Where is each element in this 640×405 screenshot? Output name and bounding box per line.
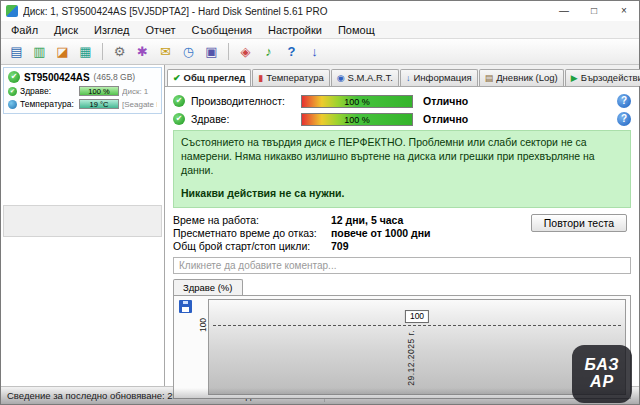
- menu-item-messages[interactable]: Съобщения: [184, 23, 260, 37]
- tab-overview[interactable]: ✔ Общ преглед: [167, 69, 251, 87]
- menu-item-disk[interactable]: Диск: [46, 23, 86, 37]
- health-chart-plot: 100 100 29.12.2025 г.: [208, 299, 626, 395]
- status-message: Състоянието на твърдия диск е ПЕРФЕКТНО.…: [181, 136, 623, 178]
- disk-index: Диск: 1: [122, 87, 157, 96]
- status-message-box: Състоянието на твърдия диск е ПЕРФЕКТНО.…: [173, 130, 631, 208]
- power-on-value: 12 дни, 5 часа: [331, 214, 403, 226]
- information-icon: ↓: [406, 73, 411, 83]
- health-row: ✔ Здраве: 100 % Отлично ?: [173, 112, 631, 126]
- stat-row-lifetime: Пресметнато време до отказ: повече от 10…: [173, 227, 511, 239]
- comment-input[interactable]: [173, 257, 631, 274]
- health-ok-icon: ✔: [173, 113, 185, 125]
- tab-temperature[interactable]: ▮ Температура: [252, 69, 330, 86]
- app-window: Диск: 1, ST9500424AS [5VJ5DPTA2] - Hard …: [0, 0, 640, 405]
- start-stop-value: 709: [331, 240, 349, 252]
- tab-information-label: Информация: [414, 72, 472, 83]
- retest-button[interactable]: Повтори теста: [531, 214, 627, 232]
- tab-log-label: Дневник (Log): [496, 72, 558, 83]
- disk-family: [Seagate Ba...: [122, 100, 157, 109]
- save-chart-icon[interactable]: [179, 300, 192, 313]
- stats-block: Време на работа: 12 дни, 5 часа Пресметн…: [173, 214, 631, 252]
- lifetime-label: Пресметнато време до отказ:: [173, 227, 331, 239]
- health-rating: Отлично: [423, 113, 468, 125]
- window-controls: — □ ×: [549, 1, 639, 21]
- lifetime-value: повече от 1000 дни: [331, 227, 430, 239]
- overview-check-icon: ✔: [173, 73, 181, 83]
- toolbar-report-icon[interactable]: ▤: [6, 41, 27, 62]
- menu-item-file[interactable]: Файл: [3, 23, 46, 37]
- toolbar-preferences-icon[interactable]: ✱: [132, 41, 153, 62]
- app-icon: [6, 5, 18, 17]
- toolbar-monitor-icon[interactable]: ▣: [201, 41, 222, 62]
- toolbar-settings-icon[interactable]: ⚙: [109, 41, 130, 62]
- toolbar-separator: [102, 43, 103, 60]
- close-button[interactable]: ×: [609, 1, 639, 21]
- toolbar: ▤ ▥ ◪ ▦ ⚙ ✱ ✉ ◷ ▣ ◈ ♪ ? ↓: [1, 39, 639, 65]
- tab-performance[interactable]: ▶ Бързодействие: [565, 69, 640, 86]
- performance-icon: ▶: [571, 73, 578, 83]
- health-check-icon: ✔: [8, 87, 17, 96]
- toolbar-overview-icon[interactable]: ▥: [29, 41, 50, 62]
- sidebar-temp-label: Температура:: [20, 99, 76, 109]
- stat-row-start-stop: Общ брой старт/стоп цикли: 709: [173, 240, 511, 252]
- toolbar-save-report-icon[interactable]: ◪: [52, 41, 73, 62]
- overview-page: ✔ Производителност: 100 % Отлично ? ✔ Зд…: [165, 86, 639, 386]
- tab-information[interactable]: ↓ Информация: [400, 69, 478, 86]
- sidebar-health-meter: 100 %: [79, 86, 119, 96]
- health-help-icon[interactable]: ?: [617, 112, 631, 126]
- watermark-logo: БАЗ АР: [572, 345, 632, 403]
- main-area: ✔ ST9500424AS (465,8 GB) ✔ Здраве: 100 %…: [1, 65, 639, 386]
- performance-label: Производителност:: [191, 95, 295, 107]
- toolbar-update-icon[interactable]: ↓: [304, 41, 325, 62]
- watermark-text-top: БАЗ: [585, 357, 620, 374]
- performance-row: ✔ Производителност: 100 % Отлично ?: [173, 94, 631, 108]
- toolbar-help-icon[interactable]: ?: [281, 41, 302, 62]
- toolbar-surface-test-icon[interactable]: ▦: [75, 41, 96, 62]
- stat-row-power-on: Време на работа: 12 дни, 5 часа: [173, 214, 511, 226]
- disk-list-item[interactable]: ✔ ST9500424AS (465,8 GB) ✔ Здраве: 100 %…: [3, 67, 162, 114]
- toolbar-network-icon[interactable]: ◈: [235, 41, 256, 62]
- disk-size: (465,8 GB): [94, 72, 136, 82]
- tabbar: ✔ Общ преглед ▮ Температура ◉ S.M.A.R.T.…: [165, 65, 639, 86]
- sidebar-temp-meter: 19 °C: [79, 99, 119, 109]
- chart-tab-health[interactable]: Здраве (%): [173, 279, 243, 295]
- tab-log[interactable]: ▤ Дневник (Log): [479, 69, 564, 86]
- menu-item-help[interactable]: Помощ: [330, 23, 383, 37]
- watermark-text-bottom: АР: [590, 374, 614, 391]
- sidebar-health-label: Здраве:: [20, 86, 76, 96]
- health-meter: 100 %: [301, 113, 413, 126]
- tab-smart-label: S.M.A.R.T.: [348, 72, 393, 83]
- maximize-button[interactable]: □: [579, 1, 609, 21]
- health-chart-panel: 100 100 29.12.2025 г.: [173, 295, 631, 399]
- chart-toolbar: [176, 299, 194, 395]
- status-action: Никакви действия не са нужни.: [181, 187, 623, 201]
- toolbar-separator: [228, 43, 229, 60]
- power-on-label: Време на работа:: [173, 214, 331, 226]
- window-title: Диск: 1, ST9500424AS [5VJ5DPTA2] - Hard …: [23, 6, 549, 17]
- chart-y-axis-label: 100: [198, 318, 208, 332]
- toolbar-email-icon[interactable]: ✉: [155, 41, 176, 62]
- chart-value-line: [213, 325, 621, 326]
- thermometer-icon: ▮: [258, 73, 263, 83]
- tab-smart[interactable]: ◉ S.M.A.R.T.: [331, 69, 399, 86]
- disk-list-sidebar: ✔ ST9500424AS (465,8 GB) ✔ Здраве: 100 %…: [1, 65, 165, 386]
- health-chart-block: Здраве (%) 100 100 29.12.2025 г.: [173, 279, 631, 399]
- performance-help-icon[interactable]: ?: [617, 94, 631, 108]
- content-area: ✔ Общ преглед ▮ Температура ◉ S.M.A.R.T.…: [165, 65, 639, 386]
- menubar: Файл Диск Изглед Отчет Съобщения Настрой…: [1, 21, 639, 39]
- minimize-button[interactable]: —: [549, 1, 579, 21]
- tab-overview-label: Общ преглед: [184, 72, 246, 83]
- menu-item-view[interactable]: Изглед: [86, 23, 137, 37]
- log-icon: ▤: [485, 73, 494, 83]
- performance-rating: Отлично: [423, 95, 468, 107]
- performance-ok-icon: ✔: [173, 95, 185, 107]
- temperature-icon: [8, 100, 17, 109]
- toolbar-sound-icon[interactable]: ♪: [258, 41, 279, 62]
- menu-item-report[interactable]: Отчет: [137, 23, 183, 37]
- menu-item-settings[interactable]: Настройки: [260, 23, 330, 37]
- chart-x-axis-label: 29.12.2025 г.: [406, 330, 416, 386]
- performance-meter: 100 %: [301, 95, 413, 108]
- disk-model: ST9500424AS: [24, 72, 90, 83]
- toolbar-clock-icon[interactable]: ◷: [178, 41, 199, 62]
- health-label: Здраве:: [191, 113, 295, 125]
